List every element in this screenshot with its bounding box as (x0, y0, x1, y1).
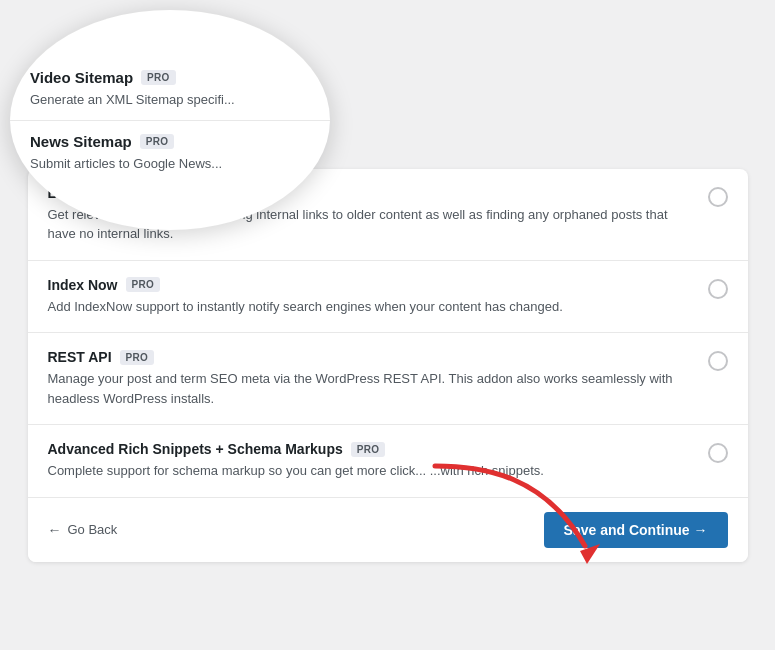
item-title-index-now: Index Now (48, 277, 118, 293)
tooltip-video-sitemap: Video Sitemap PRO Generate an XML Sitema… (10, 57, 330, 121)
tooltip-video-badge: PRO (141, 70, 176, 85)
item-title-rest-api: REST API (48, 349, 112, 365)
item-desc-link-assist: Get relevant suggestions for adding inte… (48, 205, 692, 244)
item-badge-index-now: PRO (126, 277, 161, 292)
item-desc-schema: Complete support for schema markup so yo… (48, 461, 692, 481)
item-desc-rest-api: Manage your post and term SEO meta via t… (48, 369, 692, 408)
item-radio-link-assist[interactable] (708, 187, 728, 207)
item-content-link-assist: Link Assist Redirects + 404Get relevant … (48, 185, 708, 244)
tooltip-video-title: Video Sitemap (30, 69, 133, 86)
item-title-row-index-now: Index NowPRO (48, 277, 692, 293)
item-content-index-now: Index NowPROAdd IndexNow support to inst… (48, 277, 708, 317)
item-content-schema: Advanced Rich Snippets + Schema MarkupsP… (48, 441, 708, 481)
item-content-rest-api: REST APIPROManage your post and term SEO… (48, 349, 708, 408)
item-title-row-schema: Advanced Rich Snippets + Schema MarkupsP… (48, 441, 692, 457)
go-back-button[interactable]: ← Go Back (48, 522, 118, 538)
item-badge-schema: PRO (351, 442, 386, 457)
item-radio-index-now[interactable] (708, 279, 728, 299)
item-title-row-link-assist: Link Assist Redirects + 404 (48, 185, 692, 201)
item-row-link-assist: Link Assist Redirects + 404Get relevant … (28, 169, 748, 261)
item-title-row-rest-api: REST APIPRO (48, 349, 692, 365)
tooltip-news-badge: PRO (140, 134, 175, 149)
main-card: Link Assist Redirects + 404Get relevant … (28, 169, 748, 562)
item-row-index-now: Index NowPROAdd IndexNow support to inst… (28, 261, 748, 334)
tooltip-news-title: News Sitemap (30, 133, 132, 150)
page-wrapper: Video Sitemap PRO Generate an XML Sitema… (0, 0, 775, 650)
item-radio-rest-api[interactable] (708, 351, 728, 371)
item-badge-rest-api: PRO (120, 350, 155, 365)
save-continue-button[interactable]: Save and Continue → (544, 512, 728, 548)
items-list: Link Assist Redirects + 404Get relevant … (28, 169, 748, 497)
go-back-label: Go Back (68, 522, 118, 537)
item-desc-index-now: Add IndexNow support to instantly notify… (48, 297, 692, 317)
footer: ← Go Back Save and Continue → (28, 497, 748, 562)
tooltip-video-desc: Generate an XML Sitemap specifi... (30, 90, 310, 110)
save-label: Save and Continue → (564, 522, 708, 538)
item-radio-schema[interactable] (708, 443, 728, 463)
item-title-schema: Advanced Rich Snippets + Schema Markups (48, 441, 343, 457)
item-row-schema: Advanced Rich Snippets + Schema MarkupsP… (28, 425, 748, 497)
item-row-rest-api: REST APIPROManage your post and term SEO… (28, 333, 748, 425)
back-arrow-icon: ← (48, 522, 62, 538)
item-title-link-assist: Link Assist Redirects + 404 (48, 185, 229, 201)
